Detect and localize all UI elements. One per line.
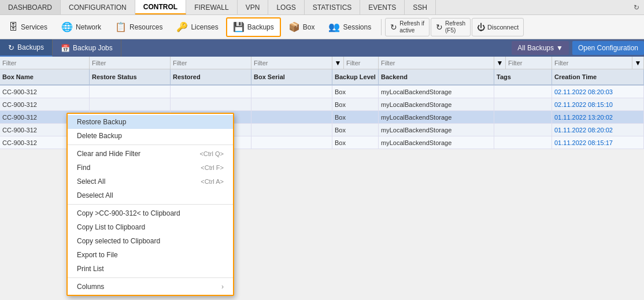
filter-level[interactable] <box>344 57 379 69</box>
ctx-print[interactable]: Print List <box>68 262 233 276</box>
open-configuration-button[interactable]: Open Configuration <box>572 41 644 55</box>
all-backups-dropdown[interactable]: All Backups ▼ <box>512 41 569 55</box>
header-backend[interactable]: Backend <box>379 69 494 84</box>
toolbar-sessions-label: Sessions <box>343 23 371 31</box>
cell-restored-2 <box>171 98 251 110</box>
filter-boxname-input[interactable] <box>2 60 87 66</box>
filter-restored[interactable] <box>171 57 251 69</box>
filter-tags-arrow[interactable]: ▼ <box>494 57 506 69</box>
toolbar-backups[interactable]: 💾 Backups <box>226 17 281 37</box>
refresh-button[interactable]: ↻ Refresh(F5) <box>431 18 471 36</box>
nav-events[interactable]: EVENTS <box>360 0 405 14</box>
ctx-select-all-label: Select All <box>77 177 105 186</box>
all-backups-label: All Backups <box>517 44 554 52</box>
ctx-delete-backup[interactable]: Delete Backup <box>68 129 233 143</box>
filter-boxname[interactable] <box>0 57 90 69</box>
ctx-export[interactable]: Export to File <box>68 248 233 262</box>
disconnect-button[interactable]: ⏻ Disconnect <box>472 18 524 36</box>
header-backup-level[interactable]: Backup Level <box>332 69 379 84</box>
filter-creation[interactable] <box>552 57 632 69</box>
ctx-select-all[interactable]: Select All <Ctrl A> <box>68 175 233 188</box>
filter-level-input[interactable] <box>346 60 376 66</box>
ctx-restore-backup[interactable]: Restore Backup <box>68 115 233 129</box>
tab-backup-jobs-label: Backup Jobs <box>73 44 113 52</box>
tab-backups-label: Backups <box>17 43 44 51</box>
ctx-copy-row[interactable]: Copy >CC-900-312< to Clipboard <box>68 206 233 220</box>
nav-vpn[interactable]: VPN <box>238 0 269 14</box>
cell-creation-5: 01.11.2022 08:15:17 <box>552 136 644 149</box>
nav-dashboard[interactable]: DASHBOARD <box>0 0 61 14</box>
nav-firewall[interactable]: FIREWALL <box>186 0 238 14</box>
resources-icon: 📋 <box>115 21 127 32</box>
sessions-icon: 👥 <box>328 21 340 32</box>
header-restore-status[interactable]: Restore Status <box>90 69 171 84</box>
cell-level-1: Box <box>332 86 379 98</box>
tab-backup-jobs[interactable]: 📅 Backup Jobs <box>53 39 121 57</box>
ctx-select-all-shortcut: <Ctrl A> <box>201 178 224 185</box>
ctx-columns-arrow-icon: › <box>221 283 224 291</box>
toolbar-box[interactable]: 📦 Box <box>282 17 321 37</box>
table-header: Box Name Restore Status Restored Box Ser… <box>0 69 644 86</box>
toolbar-services[interactable]: 🗄 Services <box>2 17 54 37</box>
filter-tags[interactable] <box>506 57 552 69</box>
cell-backend-3: myLocalBackendStorage <box>379 111 494 123</box>
filter-tags-input[interactable] <box>508 60 549 66</box>
toolbar-licenses[interactable]: 🔑 Licenses <box>170 17 224 37</box>
ctx-clear-filter[interactable]: Clear and Hide Filter <Ctrl Q> <box>68 147 233 161</box>
refresh-icon: ↻ <box>436 23 443 32</box>
header-restored[interactable]: Restored <box>171 69 251 84</box>
nav-logs[interactable]: LOGS <box>268 0 304 14</box>
licenses-icon: 🔑 <box>176 21 188 32</box>
ctx-copy-selected-label: Copy selected to Clipboard <box>77 237 160 245</box>
filter-serial[interactable] <box>251 57 332 69</box>
ctx-separator-1 <box>68 145 233 145</box>
network-icon: 🌐 <box>61 21 73 32</box>
filter-creation-arrow[interactable]: ▼ <box>632 57 644 69</box>
toolbar-network[interactable]: 🌐 Network <box>55 17 108 37</box>
ctx-columns[interactable]: Columns › <box>68 280 233 294</box>
cell-serial-4 <box>251 124 332 136</box>
toolbar-backups-label: Backups <box>247 23 274 31</box>
nav-control[interactable]: CONTROL <box>135 0 186 14</box>
ctx-deselect-all-label: Deselect All <box>77 191 113 199</box>
cell-level-2: Box <box>332 98 379 110</box>
refresh-if-active-button[interactable]: ↻ Refresh ifactive <box>385 18 430 36</box>
filter-level-arrow[interactable]: ▼ <box>332 57 344 69</box>
header-creation-time[interactable]: Creation Time <box>552 69 644 84</box>
filter-restore-input[interactable] <box>92 60 168 66</box>
disconnect-icon: ⏻ <box>477 23 485 32</box>
filter-restored-input[interactable] <box>173 60 249 66</box>
ctx-copy-selected[interactable]: Copy selected to Clipboard <box>68 234 233 248</box>
filter-backend[interactable] <box>379 57 494 69</box>
nav-statistics[interactable]: STATISTICS <box>305 0 361 14</box>
table-row[interactable]: CC-900-312 Box myLocalBackendStorage 02.… <box>0 86 644 98</box>
main-toolbar: 🗄 Services 🌐 Network 📋 Resources 🔑 Licen… <box>0 15 644 39</box>
header-box-serial[interactable]: Box Serial <box>251 69 332 84</box>
tab-backups[interactable]: ↻ Backups <box>0 39 53 57</box>
cell-tags-4 <box>494 124 552 136</box>
ctx-find[interactable]: Find <Ctrl F> <box>68 161 233 175</box>
nav-configuration[interactable]: CONFIGURATION <box>61 0 135 14</box>
filter-serial-input[interactable] <box>254 60 330 66</box>
ctx-separator-2 <box>68 204 233 205</box>
top-navigation: DASHBOARD CONFIGURATION CONTROL FIREWALL… <box>0 0 644 15</box>
filter-creation-input[interactable] <box>554 60 630 66</box>
cell-backend-4: myLocalBackendStorage <box>379 124 494 136</box>
toolbar-network-label: Network <box>76 23 101 31</box>
toolbar-sessions[interactable]: 👥 Sessions <box>322 17 377 37</box>
ctx-deselect-all[interactable]: Deselect All <box>68 188 233 202</box>
nav-ssh[interactable]: SSH <box>405 0 436 14</box>
cell-tags-5 <box>494 136 552 149</box>
header-tags[interactable]: Tags <box>494 69 552 84</box>
page-refresh-icon[interactable]: ↻ <box>629 1 644 14</box>
ctx-copy-list[interactable]: Copy List to Clipboard <box>68 220 233 234</box>
cell-level-5: Box <box>332 136 379 149</box>
refresh-if-active-label: Refresh ifactive <box>399 20 424 34</box>
ctx-delete-backup-label: Delete Backup <box>77 132 122 140</box>
toolbar-resources[interactable]: 📋 Resources <box>109 17 169 37</box>
header-boxname[interactable]: Box Name <box>0 69 90 84</box>
filter-restore[interactable] <box>90 57 171 69</box>
filter-backend-input[interactable] <box>381 60 491 66</box>
cell-serial-3 <box>251 111 332 123</box>
table-row[interactable]: CC-900-312 Box myLocalBackendStorage 02.… <box>0 98 644 111</box>
